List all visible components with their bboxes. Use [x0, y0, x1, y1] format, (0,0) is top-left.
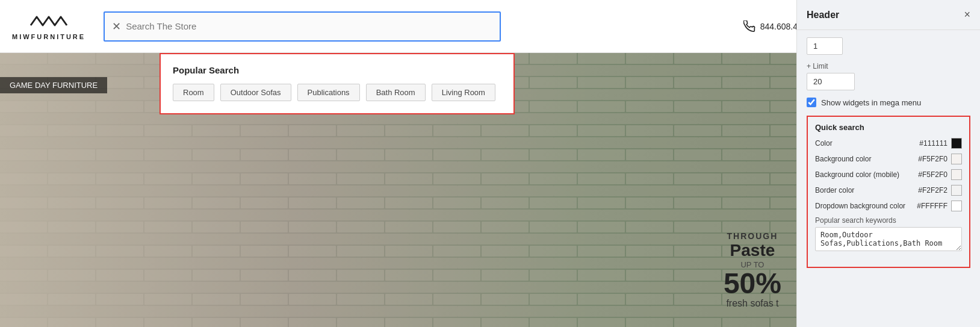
search-tag-outdoor-sofas[interactable]: Outdoor Sofas — [220, 84, 291, 101]
search-container: ✕ — [104, 11, 501, 42]
border-color-swatch[interactable] — [951, 185, 962, 196]
bg-color-row: Background color #F5F2F0 — [815, 154, 962, 164]
bg-color-mobile-swatch[interactable] — [951, 169, 962, 180]
dropdown-bg-swatch[interactable] — [951, 201, 962, 211]
panel-input-limit[interactable] — [807, 73, 855, 90]
panel-checkbox-row: Show widgets in mega menu — [807, 98, 970, 107]
bg-color-mobile-label: Background color (mobile) — [815, 170, 899, 179]
panel-close-button[interactable]: × — [964, 8, 970, 21]
promo-through: THROUGH — [724, 231, 781, 241]
logo-wave — [28, 12, 70, 33]
search-clear-button[interactable]: ✕ — [112, 21, 121, 32]
promo-percent: 50% — [724, 269, 781, 298]
dropdown-bg-label: Dropdown background color — [815, 202, 905, 210]
quick-search-section: Quick search Color #111111 Background co… — [807, 116, 970, 268]
bg-color-label: Background color — [815, 155, 871, 163]
border-color-row: Border color #F2F2F2 — [815, 185, 962, 196]
game-day-banner: GAME DAY FURNITURE — [0, 77, 107, 93]
game-day-text: GAME DAY FURNITURE — [10, 81, 98, 90]
dropdown-bg-value: #FFFFFF — [917, 201, 962, 211]
search-bar: ✕ — [104, 11, 501, 42]
color-row: Color #111111 — [815, 138, 962, 149]
color-swatch-dark[interactable] — [951, 138, 962, 149]
panel-body: + Limit Show widgets in mega menu Quick … — [797, 30, 980, 275]
logo[interactable]: MIWFURNITURE — [12, 12, 85, 40]
promo-fresh: fresh sofas t — [724, 298, 781, 309]
panel-title: Header — [807, 10, 839, 20]
search-tag-room[interactable]: Room — [173, 84, 214, 101]
dropdown-bg-row: Dropdown background color #FFFFFF — [815, 201, 962, 211]
panel-field-limit: + Limit — [807, 62, 970, 90]
color-value: #111111 — [919, 138, 962, 149]
keywords-textarea[interactable] — [815, 227, 962, 251]
promo-paste: Paste — [724, 241, 781, 260]
search-tags: Room Outdoor Sofas Publications Bath Roo… — [173, 84, 501, 101]
right-panel: Header × + Limit Show widgets in mega me… — [796, 0, 980, 327]
search-tag-bath-room[interactable]: Bath Room — [366, 84, 426, 101]
bg-color-value: #F5F2F0 — [918, 154, 962, 164]
quick-search-title: Quick search — [815, 123, 962, 132]
promo-area: THROUGH Paste UP TO 50% fresh sofas t — [724, 231, 781, 309]
bg-color-mobile-row: Background color (mobile) #F5F2F0 — [815, 169, 962, 180]
popular-search-title: Popular Search — [173, 65, 501, 75]
search-tag-living-room[interactable]: Living Room — [432, 84, 495, 101]
color-label: Color — [815, 139, 833, 148]
panel-field-1 — [807, 37, 970, 55]
mega-menu-checkbox[interactable] — [807, 98, 816, 107]
phone-icon — [743, 20, 755, 33]
search-dropdown: Popular Search Room Outdoor Sofas Public… — [160, 53, 515, 114]
mega-menu-label: Show widgets in mega menu — [821, 98, 921, 107]
panel-input-1[interactable] — [807, 37, 843, 55]
panel-header: Header × — [797, 0, 980, 30]
logo-text: MIWFURNITURE — [12, 33, 85, 40]
border-color-value: #F2F2F2 — [918, 185, 962, 196]
border-color-label: Border color — [815, 186, 854, 195]
search-tag-publications[interactable]: Publications — [297, 84, 360, 101]
search-input[interactable] — [126, 21, 488, 31]
bg-color-mobile-value: #F5F2F0 — [918, 169, 962, 180]
bg-color-swatch[interactable] — [951, 154, 962, 164]
keywords-label: Popular search keywords — [815, 216, 962, 225]
keywords-field: Popular search keywords — [815, 216, 962, 254]
panel-limit-label: + Limit — [807, 62, 970, 70]
